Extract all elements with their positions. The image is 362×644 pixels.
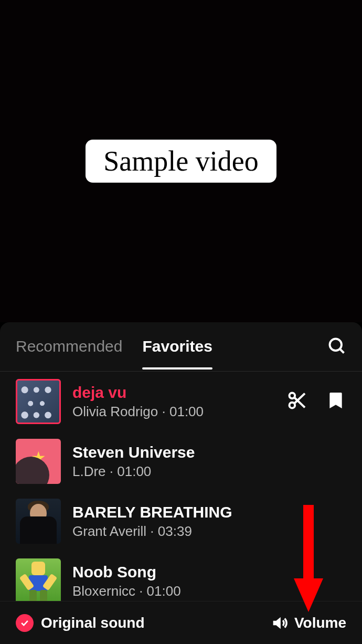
sound-picker-sheet: Recommended Favorites deja vu Olivia Rod… xyxy=(0,322,362,644)
bookmark-button[interactable] xyxy=(325,390,346,413)
search-button[interactable] xyxy=(327,336,346,357)
video-overlay-text: Sample video xyxy=(86,140,276,183)
svg-point-3 xyxy=(290,403,295,408)
track-title: Noob Song xyxy=(72,563,346,581)
tab-recommended[interactable]: Recommended xyxy=(16,325,122,369)
track-row[interactable]: deja vu Olivia Rodrigo · 01:00 xyxy=(0,372,362,431)
track-title: Steven Universe xyxy=(72,444,346,461)
track-row[interactable]: BARELY BREATHING Grant Averill · 03:39 xyxy=(0,491,362,551)
track-title: deja vu xyxy=(72,384,286,402)
tab-bar: Recommended Favorites xyxy=(0,322,362,372)
track-cover xyxy=(16,379,61,424)
original-sound-toggle[interactable] xyxy=(16,614,34,632)
track-subtitle: Grant Averill · 03:39 xyxy=(72,523,346,540)
track-subtitle: Olivia Rodrigo · 01:00 xyxy=(72,404,286,420)
svg-point-0 xyxy=(330,339,342,351)
check-icon xyxy=(19,618,30,628)
track-cover: ★ xyxy=(16,439,61,484)
video-preview[interactable]: Sample video xyxy=(0,0,362,322)
svg-point-2 xyxy=(290,393,295,399)
original-sound-label: Original sound xyxy=(41,615,145,631)
search-icon xyxy=(327,336,346,355)
trim-button[interactable] xyxy=(286,390,307,413)
tab-favorites[interactable]: Favorites xyxy=(142,325,212,369)
volume-icon xyxy=(270,614,288,632)
track-row[interactable]: ★ Steven Universe L.Dre · 01:00 xyxy=(0,431,362,491)
svg-line-1 xyxy=(340,349,344,353)
footer-bar: Original sound Volume xyxy=(0,601,362,644)
volume-button[interactable]: Volume xyxy=(270,614,346,632)
bookmark-icon xyxy=(325,390,346,411)
track-subtitle: L.Dre · 01:00 xyxy=(72,463,346,480)
track-cover xyxy=(16,558,61,601)
track-list: deja vu Olivia Rodrigo · 01:00 ★ xyxy=(0,372,362,601)
volume-label: Volume xyxy=(294,615,346,631)
track-title: BARELY BREATHING xyxy=(72,503,346,521)
track-subtitle: Bloxernicc · 01:00 xyxy=(72,583,346,599)
scissors-icon xyxy=(286,390,307,411)
track-cover xyxy=(16,499,61,544)
track-row[interactable]: Noob Song Bloxernicc · 01:00 xyxy=(0,551,362,601)
